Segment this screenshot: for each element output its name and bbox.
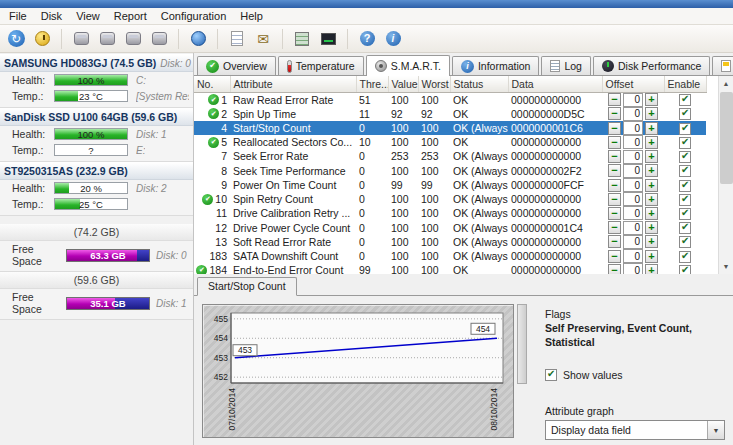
disk-item-0[interactable]: SAMSUNG HD083GJ (74.5 GB)Disk: 0Health:1… xyxy=(0,54,193,108)
enable-checkbox[interactable] xyxy=(679,251,691,263)
offset-plus-button[interactable]: + xyxy=(645,250,658,263)
disk-name[interactable]: SAMSUNG HD083GJ (74.5 GB)Disk: 0 xyxy=(0,54,193,72)
enable-checkbox[interactable] xyxy=(679,137,691,149)
offset-plus-button[interactable]: + xyxy=(645,93,658,106)
tab-temperature[interactable]: Temperature xyxy=(278,56,364,75)
show-values-checkbox[interactable] xyxy=(545,369,557,381)
disk-clone-button[interactable] xyxy=(147,27,171,51)
disk-acoustic-button[interactable] xyxy=(95,27,119,51)
chart-scrollbar[interactable] xyxy=(517,304,527,384)
volume-item-1[interactable]: (59.6 GB)Free Space35.1 GBDisk: 1 xyxy=(0,272,193,320)
smart-attribute-row[interactable]: 7Seek Error Rate0253253OK (Always...0000… xyxy=(194,149,706,163)
enable-checkbox[interactable] xyxy=(679,180,691,192)
smart-attribute-row[interactable]: 10Spin Retry Count0100100OK (Always...00… xyxy=(194,192,706,206)
offset-plus-button[interactable]: + xyxy=(645,107,658,120)
tab-overview[interactable]: Overview xyxy=(197,56,276,75)
column-header[interactable]: Enable xyxy=(664,76,706,92)
offset-plus-button[interactable]: + xyxy=(645,164,658,177)
offset-minus-button[interactable]: − xyxy=(608,221,621,234)
column-header[interactable]: Worst xyxy=(418,76,450,92)
menu-help[interactable]: Help xyxy=(233,9,270,23)
smart-attribute-row[interactable]: 12Drive Power Cycle Count0100100OK (Alwa… xyxy=(194,220,706,234)
scroll-thumb[interactable] xyxy=(720,92,733,184)
report-button[interactable] xyxy=(225,27,249,51)
column-header[interactable]: Status xyxy=(450,76,508,92)
offset-plus-button[interactable]: + xyxy=(645,136,658,149)
offset-minus-button[interactable]: − xyxy=(608,122,621,135)
attribute-graph-dropdown[interactable]: Display data field ▼ xyxy=(545,420,725,440)
menu-configuration[interactable]: Configuration xyxy=(154,9,233,23)
smart-attribute-row[interactable]: 5Reallocated Sectors Co...10100100OK0000… xyxy=(194,135,706,149)
smart-attribute-row[interactable]: 11Drive Calibration Retry ...0100100OK (… xyxy=(194,206,706,220)
show-values-row[interactable]: Show values xyxy=(545,369,725,381)
scroll-down-icon[interactable]: ▼ xyxy=(719,259,733,274)
tab-alerts[interactable]: Alerts xyxy=(712,56,733,75)
offset-plus-button[interactable]: + xyxy=(645,193,658,206)
column-header[interactable]: No. xyxy=(194,76,230,92)
offset-minus-button[interactable]: − xyxy=(608,235,621,248)
offset-plus-button[interactable]: + xyxy=(645,235,658,248)
offset-minus-button[interactable]: − xyxy=(608,93,621,106)
offset-minus-button[interactable]: − xyxy=(608,264,621,274)
scroll-up-icon[interactable]: ▲ xyxy=(719,76,733,91)
enable-checkbox[interactable] xyxy=(679,151,691,163)
offset-minus-button[interactable]: − xyxy=(608,164,621,177)
enable-checkbox[interactable] xyxy=(679,194,691,206)
enable-checkbox[interactable] xyxy=(679,236,691,248)
enable-checkbox[interactable] xyxy=(679,108,691,120)
smart-attribute-row[interactable]: 9Power On Time Count09999OK (Always...00… xyxy=(194,178,706,192)
offset-plus-button[interactable]: + xyxy=(645,122,658,135)
disk-name[interactable]: SanDisk SSD U100 64GB (59.6 GB) xyxy=(0,108,193,126)
monitor-button[interactable] xyxy=(316,27,340,51)
menu-file[interactable]: File xyxy=(2,9,34,23)
titlebar[interactable] xyxy=(0,0,733,8)
offset-minus-button[interactable]: − xyxy=(608,179,621,192)
enable-checkbox[interactable] xyxy=(679,94,691,106)
attribute-detail-tab[interactable]: Start/Stop Count xyxy=(197,277,297,296)
disk-search-button[interactable] xyxy=(121,27,145,51)
disk-name[interactable]: ST9250315AS (232.9 GB) xyxy=(0,162,193,180)
offset-minus-button[interactable]: − xyxy=(608,207,621,220)
enable-checkbox[interactable] xyxy=(679,208,691,220)
offset-minus-button[interactable]: − xyxy=(608,250,621,263)
offset-plus-button[interactable]: + xyxy=(645,264,658,274)
tab-log[interactable]: Log xyxy=(541,56,591,75)
volume-item-0[interactable]: (74.2 GB)Free Space63.3 GBDisk: 0 xyxy=(0,224,193,272)
database-button[interactable] xyxy=(186,27,210,51)
offset-minus-button[interactable]: − xyxy=(608,193,621,206)
chevron-down-icon[interactable]: ▼ xyxy=(707,421,724,439)
smart-attribute-row[interactable]: 8Seek Time Performance0100100OK (Always.… xyxy=(194,164,706,178)
offset-plus-button[interactable]: + xyxy=(645,179,658,192)
column-header[interactable]: Data xyxy=(508,76,602,92)
table-scrollbar[interactable]: ▲ ▼ xyxy=(718,76,733,274)
offset-minus-button[interactable]: − xyxy=(608,107,621,120)
offset-minus-button[interactable]: − xyxy=(608,136,621,149)
disk-copy-button[interactable] xyxy=(69,27,93,51)
smart-attribute-row[interactable]: 13Soft Read Error Rate0100100OK (Always.… xyxy=(194,235,706,249)
smart-attribute-row[interactable]: 183SATA Downshift Count0100100OK (Always… xyxy=(194,249,706,263)
tab-disk-performance[interactable]: Disk Performance xyxy=(593,56,710,75)
column-header[interactable]: Thre... xyxy=(356,76,388,92)
surface-test-button[interactable] xyxy=(290,27,314,51)
menu-disk[interactable]: Disk xyxy=(34,9,69,23)
enable-checkbox[interactable] xyxy=(679,123,691,135)
disk-item-1[interactable]: SanDisk SSD U100 64GB (59.6 GB)Health:10… xyxy=(0,108,193,162)
help-button[interactable] xyxy=(355,27,379,51)
column-header[interactable]: Offset xyxy=(602,76,664,92)
disk-item-2[interactable]: ST9250315AS (232.9 GB)Health:20 %Disk: 2… xyxy=(0,162,193,216)
enable-checkbox[interactable] xyxy=(679,222,691,234)
offset-minus-button[interactable]: − xyxy=(608,150,621,163)
tab-information[interactable]: Information xyxy=(452,56,540,75)
menu-report[interactable]: Report xyxy=(107,9,154,23)
enable-checkbox[interactable] xyxy=(679,165,691,177)
offset-plus-button[interactable]: + xyxy=(645,150,658,163)
menu-view[interactable]: View xyxy=(69,9,107,23)
schedule-button[interactable] xyxy=(30,27,54,51)
refresh-button[interactable] xyxy=(4,27,28,51)
column-header[interactable]: Attribute xyxy=(230,76,356,92)
column-header[interactable]: Value xyxy=(388,76,418,92)
enable-checkbox[interactable] xyxy=(679,265,691,274)
tab-s-m-a-r-t-[interactable]: S.M.A.R.T. xyxy=(366,55,450,76)
smart-attribute-row[interactable]: 4Start/Stop Count0100100OK (Always...000… xyxy=(194,121,706,135)
info-button[interactable] xyxy=(381,27,405,51)
